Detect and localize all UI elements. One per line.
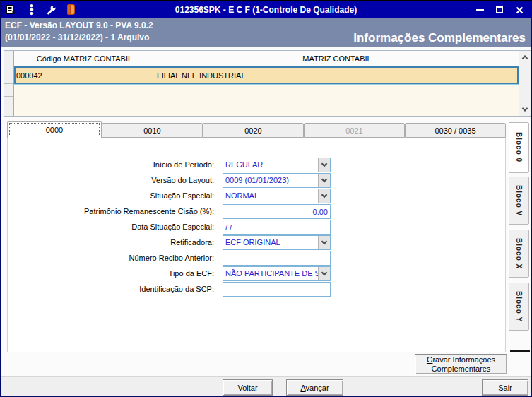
bottom-bar: Voltar Avançar Sair: [1, 376, 531, 396]
tab-0021: 0021: [304, 123, 405, 138]
field-label: Identificação da SCP:: [8, 282, 217, 297]
wrench-icon[interactable]: [45, 4, 57, 16]
tabstrip-end-marker: [510, 350, 530, 352]
combo-value: 0009 (01/01/2023): [223, 174, 318, 187]
maximize-button[interactable]: [495, 5, 504, 15]
side-tab-bloco-v[interactable]: Bloco V: [509, 177, 529, 225]
window-controls: [475, 1, 524, 18]
chevron-down-icon[interactable]: [318, 236, 330, 249]
field-label: Retificadora:: [8, 235, 217, 250]
grid-scrollbar[interactable]: [519, 51, 531, 116]
titlebar: 012356SPK - E C F (1-Controle De Qualida…: [1, 1, 531, 18]
chevron-down-icon[interactable]: [318, 174, 330, 187]
column-header-matriz[interactable]: MATRIZ CONTABIL: [155, 51, 519, 66]
close-button[interactable]: [515, 5, 524, 15]
tab-0010[interactable]: 0010: [102, 123, 203, 138]
form-row: Versão do Layout: 0009 (01/01/2023): [8, 173, 505, 188]
document-export-icon[interactable]: [6, 4, 18, 16]
avancar-button[interactable]: Avançar: [286, 379, 343, 396]
selector-cell[interactable]: [4, 66, 13, 84]
inicio-periodo-combo[interactable]: REGULAR: [223, 158, 331, 172]
field-label: Número Recibo Anterior:: [8, 251, 217, 266]
field-label: Versão do Layout:: [8, 173, 217, 188]
patrimonio-cisao-input[interactable]: [223, 204, 331, 219]
section-title: Informações Complementares: [353, 31, 526, 45]
retificadora-combo[interactable]: ECF ORIGINAL: [223, 235, 331, 250]
form-row: Situação Especial: NORMAL: [8, 189, 505, 203]
form-row: Patrimônio Remanescente Cisão (%):: [8, 204, 505, 219]
form-row: Retificadora: ECF ORIGINAL: [8, 235, 505, 250]
combo-value: ECF ORIGINAL: [223, 236, 318, 249]
chevron-down-icon[interactable]: [318, 189, 330, 203]
field-label: Início de Período:: [8, 158, 217, 172]
table-row[interactable]: 000042 FILIAL NFE INDUSTRIAL: [14, 66, 519, 84]
tab-0030-0035[interactable]: 0030 / 0035: [405, 123, 506, 138]
header-band: ECF - Versão LAYOUT 9.0 - PVA 9.0.2 (01/…: [1, 18, 531, 47]
selector-cell[interactable]: [4, 97, 13, 109]
side-tab-bloco-x[interactable]: Bloco X: [509, 230, 529, 278]
side-tab-bloco-0[interactable]: Bloco 0: [509, 122, 529, 173]
selector-cell[interactable]: [4, 84, 13, 97]
grid-body: Código MATRIZ CONTABIL MATRIZ CONTABIL 0…: [14, 51, 519, 116]
traffic-light-icon[interactable]: [25, 4, 37, 16]
field-label: Data Situação Especial:: [8, 220, 217, 235]
window-title: 012356SPK - E C F (1-Controle De Qualida…: [1, 1, 531, 18]
app-version-line: ECF - Versão LAYOUT 9.0 - PVA 9.0.2: [5, 20, 153, 30]
app-window: 012356SPK - E C F (1-Controle De Qualida…: [0, 0, 532, 397]
tab-0020[interactable]: 0020: [203, 123, 304, 138]
scroll-down-icon[interactable]: [519, 104, 531, 115]
matriz-table: Código MATRIZ CONTABIL MATRIZ CONTABIL 0…: [4, 50, 531, 117]
numero-recibo-input[interactable]: [223, 251, 331, 266]
situacao-especial-combo[interactable]: NORMAL: [223, 189, 331, 203]
scroll-up-icon[interactable]: [519, 52, 531, 63]
selector-header-cell: [4, 51, 13, 66]
tipo-ecf-combo[interactable]: NÃO PARTICIPANTE DE SCP: [223, 266, 331, 281]
form-row: Início de Período: REGULAR: [8, 158, 505, 172]
field-label: Tipo da ECF:: [8, 266, 217, 281]
voltar-button[interactable]: Voltar: [223, 379, 273, 396]
versao-layout-combo[interactable]: 0009 (01/01/2023): [223, 173, 331, 188]
form-row: Data Situação Especial:: [8, 220, 505, 235]
chevron-down-icon[interactable]: [318, 158, 330, 172]
chevron-down-icon[interactable]: [318, 267, 330, 280]
book-icon[interactable]: [65, 4, 77, 16]
minimize-button[interactable]: [475, 5, 484, 15]
gravar-line2: Complementares: [432, 365, 491, 374]
avancar-label: Avançar: [300, 384, 329, 392]
combo-value: NORMAL: [223, 189, 318, 203]
form-row: Número Recibo Anterior:: [8, 251, 505, 266]
tab-0000[interactable]: 0000: [7, 121, 102, 138]
period-line: (01/01/2022 - 31/12/2022) - 1 Arquivo: [5, 32, 149, 42]
grid-header-row: Código MATRIZ CONTABIL MATRIZ CONTABIL: [14, 51, 519, 66]
side-tab-bloco-y[interactable]: Bloco Y: [509, 283, 529, 331]
tab-content-panel: Início de Período: REGULAR Versão do Lay…: [7, 138, 506, 352]
sair-button[interactable]: Sair: [482, 379, 528, 396]
titlebar-icons: [6, 1, 77, 18]
field-label: Patrimônio Remanescente Cisão (%):: [8, 204, 217, 219]
form-row: Tipo da ECF: NÃO PARTICIPANTE DE SCP: [8, 266, 505, 281]
form-row: Identificação da SCP:: [8, 282, 505, 297]
grid-empty-area: [14, 84, 519, 116]
data-situacao-input[interactable]: [223, 220, 331, 235]
cell-codigo: 000042: [16, 71, 155, 80]
combo-value: REGULAR: [223, 158, 318, 172]
gravar-informacoes-button[interactable]: Gravar Informações Complementares: [415, 354, 507, 374]
row-selector-column: [4, 51, 14, 116]
identificacao-scp-input[interactable]: [223, 282, 331, 297]
combo-value: NÃO PARTICIPANTE DE SCP: [223, 267, 318, 280]
column-header-codigo[interactable]: Código MATRIZ CONTABIL: [14, 51, 155, 66]
cell-matriz: FILIAL NFE INDUSTRIAL: [155, 71, 517, 80]
field-label: Situação Especial:: [8, 189, 217, 203]
gravar-line1: Gravar Informações: [427, 355, 495, 365]
